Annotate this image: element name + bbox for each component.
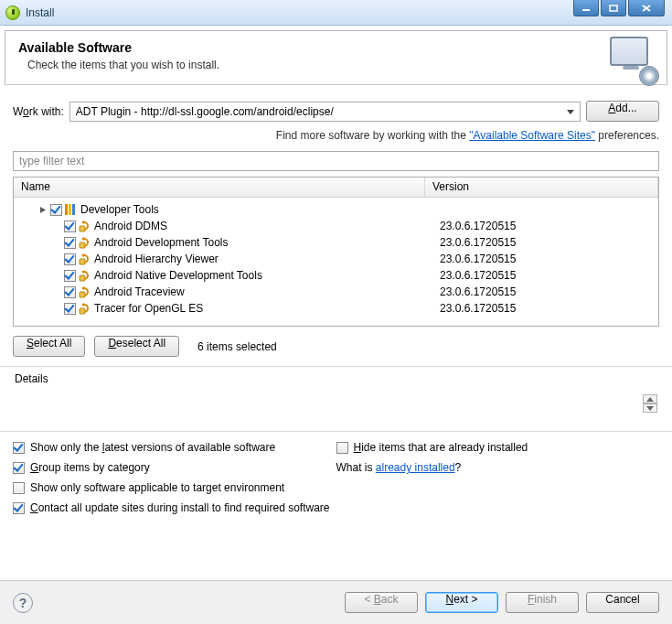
checkbox[interactable] (13, 442, 25, 454)
spin-up-icon[interactable] (643, 394, 657, 403)
item-name: Tracer for OpenGL ES (94, 302, 203, 315)
opt-group-category[interactable]: Group items by category (13, 461, 336, 474)
category-checkbox[interactable] (50, 204, 62, 216)
add-button[interactable]: Add... (586, 101, 659, 122)
checkbox[interactable] (13, 462, 25, 474)
next-button[interactable]: Next > (425, 592, 498, 613)
item-name: Android DDMS (94, 220, 167, 232)
software-table: Name Version Developer Tools (13, 177, 659, 327)
selected-count: 6 items selected (197, 340, 277, 353)
select-all-button[interactable]: Select All (13, 336, 85, 357)
details-section: Details (13, 367, 659, 422)
filter-placeholder: type filter text (19, 155, 84, 167)
app-icon (5, 5, 20, 20)
item-checkbox[interactable] (64, 237, 76, 249)
item-version: 23.0.6.1720515 (432, 285, 658, 298)
work-with-label: Work with: (13, 105, 64, 118)
item-checkbox[interactable] (64, 303, 76, 315)
maximize-button[interactable] (601, 0, 626, 16)
item-version: 23.0.6.1720515 (432, 220, 658, 232)
banner-heading: Available Software (18, 40, 654, 55)
banner: Available Software Check the items that … (5, 30, 667, 85)
work-with-value: ADT Plugin - http://dl-ssl.google.com/an… (76, 105, 334, 118)
filter-input[interactable]: type filter text (13, 151, 659, 171)
feature-icon (79, 220, 91, 232)
back-button[interactable]: < Back (345, 592, 418, 613)
available-sites-link[interactable]: "Available Software Sites" (469, 129, 595, 142)
finish-button[interactable]: Finish (506, 592, 579, 613)
banner-sub: Check the items that you wish to install… (27, 59, 654, 71)
feature-icon (79, 236, 91, 249)
opt-latest[interactable]: Show only the latest versions of availab… (13, 441, 336, 454)
table-row[interactable]: Android Hierarchy Viewer 23.0.6.1720515 (14, 251, 658, 267)
svg-rect-4 (65, 204, 68, 215)
opt-target-env[interactable]: Show only software applicable to target … (13, 481, 336, 494)
item-version: 23.0.6.1720515 (432, 236, 658, 249)
item-name: Android Native Development Tools (94, 269, 262, 282)
item-name: Android Traceview (94, 285, 185, 298)
table-row[interactable]: Android Development Tools 23.0.6.1720515 (14, 234, 658, 251)
item-checkbox[interactable] (64, 253, 76, 265)
titlebar: Install (0, 0, 672, 26)
window-title: Install (26, 6, 54, 19)
spin-down-icon[interactable] (643, 403, 657, 413)
whatis-text: What is already installed? (336, 461, 660, 474)
deselect-all-button[interactable]: Deselect All (94, 336, 179, 357)
item-name: Android Development Tools (94, 236, 229, 249)
item-version: 23.0.6.1720515 (432, 302, 658, 315)
category-label: Developer Tools (80, 203, 159, 216)
help-button[interactable]: ? (13, 593, 33, 613)
col-version[interactable]: Version (425, 178, 658, 197)
item-name: Android Hierarchy Viewer (94, 253, 219, 265)
item-version: 23.0.6.1720515 (432, 269, 658, 282)
svg-rect-1 (610, 5, 617, 11)
feature-icon (79, 253, 91, 265)
footer: ? < Back Next > Finish Cancel (0, 580, 672, 624)
work-with-combo[interactable]: ADT Plugin - http://dl-ssl.google.com/an… (69, 102, 581, 122)
checkbox[interactable] (13, 482, 25, 494)
cancel-button[interactable]: Cancel (586, 592, 659, 613)
item-version: 23.0.6.1720515 (432, 253, 658, 265)
install-icon (610, 37, 654, 81)
feature-icon (79, 269, 91, 282)
table-row[interactable]: Android Traceview 23.0.6.1720515 (14, 284, 658, 300)
checkbox[interactable] (13, 502, 25, 514)
table-header: Name Version (14, 178, 658, 198)
checkbox[interactable] (336, 442, 348, 454)
table-row[interactable]: Android Native Development Tools 23.0.6.… (14, 267, 658, 284)
item-checkbox[interactable] (64, 221, 76, 232)
opt-contact-sites[interactable]: Contact all update sites during install … (13, 501, 659, 514)
close-button[interactable] (628, 0, 665, 16)
feature-icon (79, 285, 91, 298)
minimize-button[interactable] (573, 0, 599, 16)
details-spinner[interactable] (643, 394, 657, 413)
item-checkbox[interactable] (64, 270, 76, 282)
item-checkbox[interactable] (64, 286, 76, 298)
col-name[interactable]: Name (14, 178, 425, 197)
expander-icon[interactable] (38, 205, 48, 214)
table-row[interactable]: Tracer for OpenGL ES 23.0.6.1720515 (14, 300, 658, 317)
already-installed-link[interactable]: already installed (376, 461, 455, 474)
svg-rect-5 (69, 204, 71, 215)
svg-rect-6 (72, 204, 75, 215)
table-row[interactable]: Android DDMS 23.0.6.1720515 (14, 218, 658, 234)
feature-icon (79, 302, 91, 315)
category-row[interactable]: Developer Tools (14, 201, 658, 218)
details-label: Details (15, 372, 657, 385)
category-icon (65, 204, 78, 215)
opt-hide-installed[interactable]: Hide items that are already installed (336, 441, 660, 454)
sites-hint: Find more software by working with the "… (13, 129, 659, 142)
